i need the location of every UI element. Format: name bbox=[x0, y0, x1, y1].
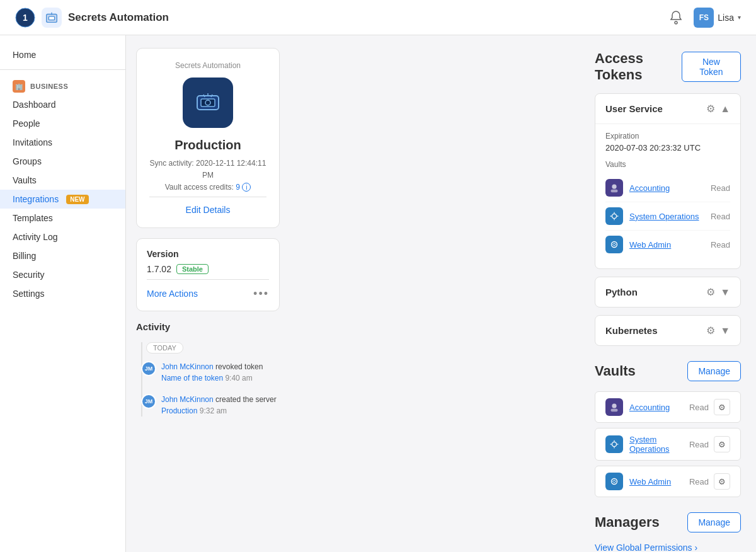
svg-point-20 bbox=[612, 404, 616, 408]
token-collapse-button[interactable]: ▲ bbox=[720, 103, 730, 115]
vault-row: Accounting Read bbox=[605, 174, 730, 202]
sidebar-divider bbox=[0, 69, 125, 70]
vault-info: System Operations bbox=[605, 435, 689, 454]
vault-gear-button[interactable]: ⚙ bbox=[714, 399, 730, 415]
list-item: JM John McKinnon created the server Prod… bbox=[149, 394, 280, 417]
vaults-title: Vaults bbox=[595, 363, 636, 379]
svg-point-5 bbox=[675, 21, 677, 24]
new-token-button[interactable]: New Token bbox=[682, 52, 741, 82]
vault-icon bbox=[605, 435, 623, 453]
sidebar-item-integrations[interactable]: Integrations NEW bbox=[0, 190, 125, 209]
managers-header: Managers Manage bbox=[595, 512, 741, 532]
vaults-label: Vaults bbox=[605, 160, 730, 169]
sidebar-item-activity-log[interactable]: Activity Log bbox=[0, 227, 125, 246]
access-tokens-header: Access Tokens New Token bbox=[595, 50, 741, 83]
vault-name-link[interactable]: Web Admin bbox=[629, 240, 671, 250]
token-expand-button[interactable]: ▼ bbox=[720, 287, 730, 298]
vault-gear-button[interactable]: ⚙ bbox=[714, 473, 730, 490]
dots-menu-button[interactable]: ••• bbox=[253, 287, 269, 301]
sidebar-item-templates[interactable]: Templates bbox=[0, 209, 125, 227]
token-expand-button[interactable]: ▼ bbox=[720, 325, 730, 336]
vault-row: System Operations Read bbox=[605, 202, 730, 231]
vault-gear-button[interactable]: ⚙ bbox=[714, 436, 730, 452]
token-header: Kubernetes ⚙ ▼ bbox=[595, 316, 740, 345]
token-gear-button[interactable]: ⚙ bbox=[706, 286, 715, 298]
user-menu[interactable]: FS Lisa ▾ bbox=[694, 8, 741, 28]
sidebar-item-security[interactable]: Security bbox=[0, 265, 125, 284]
activity-resource-link[interactable]: Name of the token bbox=[161, 374, 223, 382]
notifications-icon[interactable] bbox=[668, 10, 684, 25]
left-panel: Secrets Automation Production Sync activ… bbox=[126, 35, 290, 552]
sidebar-item-dashboard[interactable]: Dashboard bbox=[0, 95, 125, 114]
version-label: Version bbox=[147, 249, 269, 259]
server-meta: Sync activity: 2020-12-11 12:44:11 PM Va… bbox=[149, 158, 266, 194]
server-icon bbox=[183, 78, 233, 128]
vault-icon bbox=[605, 398, 623, 416]
token-gear-button[interactable]: ⚙ bbox=[706, 325, 715, 336]
sidebar-business-section: 🏢 BUSINESS bbox=[0, 75, 125, 95]
token-body: Expiration 2020-07-03 20:23:32 UTC Vault… bbox=[595, 124, 740, 268]
expiration-label: Expiration bbox=[605, 132, 730, 141]
server-card-label: Secrets Automation bbox=[149, 61, 266, 70]
sidebar-item-billing[interactable]: Billing bbox=[0, 246, 125, 265]
chevron-down-icon: ▾ bbox=[738, 14, 741, 21]
app-logo[interactable]: 1 bbox=[15, 8, 35, 28]
vault-row-main: System Operations Read ⚙ bbox=[595, 428, 741, 461]
vaults-header: Vaults Manage bbox=[595, 361, 741, 381]
activity-text: John McKinnon revoked token Name of the … bbox=[161, 361, 280, 384]
token-card-kubernetes: Kubernetes ⚙ ▼ bbox=[595, 315, 741, 346]
activity-timeline: TODAY JM John McKinnon revoked token Nam… bbox=[136, 342, 280, 417]
token-controls: ⚙ ▼ bbox=[706, 286, 730, 298]
global-permissions-link[interactable]: View Global Permissions › bbox=[595, 543, 741, 552]
vault-icon bbox=[605, 473, 623, 490]
vault-name-link[interactable]: Web Admin bbox=[629, 477, 671, 486]
vault-row-main: Web Admin Read ⚙ bbox=[595, 466, 741, 497]
access-tokens-title: Access Tokens bbox=[595, 50, 682, 83]
sidebar-item-invitations[interactable]: Invitations bbox=[0, 133, 125, 152]
vault-info: Web Admin bbox=[605, 236, 671, 253]
header-title: Secrets Automation bbox=[42, 8, 169, 28]
activity-user-link[interactable]: John McKinnon bbox=[161, 362, 214, 371]
vault-permission: Read bbox=[689, 440, 709, 449]
list-item: JM John McKinnon revoked token Name of t… bbox=[149, 361, 280, 384]
expiration-value: 2020-07-03 20:23:32 UTC bbox=[605, 143, 730, 152]
vault-row-main: Accounting Read ⚙ bbox=[595, 391, 741, 423]
user-name: Lisa bbox=[718, 13, 734, 23]
sidebar-item-people[interactable]: People bbox=[0, 114, 125, 133]
token-gear-button[interactable]: ⚙ bbox=[706, 103, 715, 115]
token-name: Python bbox=[605, 287, 638, 297]
stable-badge: Stable bbox=[176, 264, 209, 274]
activity-text: John McKinnon created the server Product… bbox=[161, 394, 280, 417]
header-right: FS Lisa ▾ bbox=[668, 8, 741, 28]
app-header: 1 Secrets Automation FS Li bbox=[0, 0, 756, 35]
edit-details-button[interactable]: Edit Details bbox=[186, 205, 231, 215]
vault-name-link[interactable]: System Operations bbox=[629, 435, 689, 454]
activity-section: Activity TODAY JM John McKinnon revoked … bbox=[136, 321, 280, 417]
managers-section: Managers Manage View Global Permissions … bbox=[595, 512, 741, 552]
secrets-automation-icon bbox=[42, 8, 62, 28]
vault-info: System Operations bbox=[605, 207, 699, 225]
activity-resource-link[interactable]: Production bbox=[161, 406, 197, 415]
vault-name-link[interactable]: Accounting bbox=[629, 403, 670, 412]
token-card-python: Python ⚙ ▼ bbox=[595, 277, 741, 308]
edit-details-section: Edit Details bbox=[149, 197, 266, 215]
svg-rect-3 bbox=[49, 16, 54, 20]
sidebar-item-settings[interactable]: Settings bbox=[0, 284, 125, 303]
vault-name-link[interactable]: System Operations bbox=[629, 212, 699, 221]
activity-user-link[interactable]: John McKinnon bbox=[161, 395, 214, 404]
sidebar-item-groups[interactable]: Groups bbox=[0, 152, 125, 171]
sidebar-item-home[interactable]: Home bbox=[0, 45, 125, 64]
manage-managers-button[interactable]: Manage bbox=[687, 512, 741, 532]
vault-info: Web Admin bbox=[605, 473, 671, 490]
vault-permission: Read bbox=[711, 240, 730, 250]
more-actions-button[interactable]: More Actions bbox=[147, 289, 198, 299]
info-icon[interactable]: i bbox=[242, 183, 251, 192]
sidebar-item-vaults[interactable]: Vaults bbox=[0, 171, 125, 190]
vault-credits-link[interactable]: 9 bbox=[236, 183, 240, 192]
manage-vaults-button[interactable]: Manage bbox=[687, 361, 741, 381]
vault-permission: Read bbox=[689, 403, 709, 412]
vault-icon bbox=[605, 207, 623, 225]
token-name: User Service bbox=[605, 103, 663, 114]
svg-rect-13 bbox=[611, 190, 618, 193]
vault-name-link[interactable]: Accounting bbox=[629, 183, 670, 193]
